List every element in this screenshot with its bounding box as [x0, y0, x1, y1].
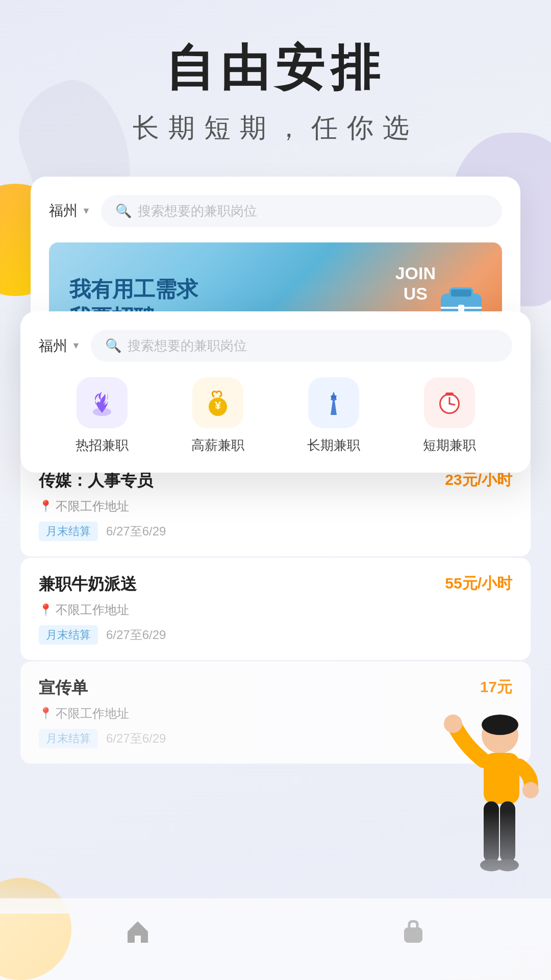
- location-pin-icon-2: 📍: [39, 603, 53, 617]
- job1-salary: 23元/小时: [445, 470, 512, 491]
- home-icon: [122, 916, 153, 947]
- svg-rect-4: [450, 288, 472, 298]
- job2-location-text: 不限工作地址: [56, 602, 129, 618]
- search-placeholder-text: 搜索想要的兼职岗位: [138, 202, 257, 220]
- job2-settle-tag: 月末结算: [39, 625, 98, 645]
- category-longterm[interactable]: 长期兼职: [307, 377, 360, 454]
- job2-date-tag: 6/27至6/29: [106, 627, 166, 643]
- money-bag-icon: ¥: [203, 387, 233, 418]
- nav-home[interactable]: [122, 916, 153, 947]
- search-row: 福州 ▼ 🔍 搜索想要的兼职岗位: [49, 195, 502, 227]
- svg-point-22: [444, 715, 462, 733]
- nav-jobs[interactable]: [398, 916, 429, 947]
- city-selector[interactable]: 福州 ▼: [49, 201, 91, 220]
- svg-point-18: [482, 715, 518, 735]
- search-icon: 🔍: [115, 203, 132, 219]
- category-highpay[interactable]: ¥ 高薪兼职: [191, 377, 244, 454]
- hero-title: 自由安排: [0, 41, 551, 95]
- longterm-label: 长期兼职: [307, 436, 360, 454]
- foreground-search-icon: 🔍: [105, 338, 121, 354]
- svg-text:¥: ¥: [214, 399, 221, 412]
- hot-icon-wrap: [77, 377, 128, 428]
- job1-location: 📍 不限工作地址: [39, 498, 512, 514]
- foreground-search-placeholder: 搜索想要的兼职岗位: [128, 337, 247, 355]
- longterm-icon-wrap: [308, 377, 359, 428]
- tie-icon: [318, 387, 349, 418]
- job3-settle-tag: 月末结算: [39, 729, 98, 748]
- job1-top-row: 传媒：人事专员 23元/小时: [39, 470, 512, 492]
- foreground-city-name: 福州: [39, 336, 67, 356]
- highpay-icon-wrap: ¥: [192, 377, 243, 428]
- bottom-nav: [0, 898, 551, 980]
- search-box[interactable]: 🔍 搜索想要的兼职岗位: [101, 195, 502, 227]
- job3-title: 宣传单: [39, 677, 88, 699]
- category-hot[interactable]: 热招兼职: [76, 377, 129, 454]
- bag-icon: [398, 916, 429, 947]
- job3-salary: 17元: [480, 677, 512, 698]
- highpay-label: 高薪兼职: [191, 436, 244, 454]
- svg-point-23: [522, 782, 539, 798]
- dropdown-arrow-icon: ▼: [82, 206, 91, 216]
- job2-salary: 55元/小时: [445, 573, 512, 594]
- job2-tags: 月末结算 6/27至6/29: [39, 625, 512, 645]
- shortterm-icon-wrap: [424, 377, 475, 428]
- foreground-card: 福州 ▼ 🔍 搜索想要的兼职岗位 热招兼职 ¥: [20, 311, 531, 473]
- job3-date-tag: 6/27至6/29: [106, 730, 166, 747]
- job1-settle-tag: 月末结算: [39, 522, 98, 541]
- shortterm-label: 短期兼职: [423, 436, 476, 454]
- foreground-dropdown-arrow-icon: ▼: [71, 340, 81, 351]
- job2-title: 兼职牛奶派送: [39, 573, 137, 596]
- job2-location: 📍 不限工作地址: [39, 602, 512, 618]
- job1-title: 传媒：人事专员: [39, 470, 153, 492]
- job1-tags: 月末结算 6/27至6/29: [39, 522, 512, 541]
- svg-rect-6: [458, 305, 464, 312]
- job3-location-text: 不限工作地址: [56, 705, 129, 722]
- svg-rect-16: [445, 393, 454, 396]
- city-name: 福州: [49, 201, 78, 220]
- fire-icon: [87, 387, 117, 418]
- category-row: 热招兼职 ¥ 高薪兼职 长期兼职: [39, 377, 512, 454]
- hero-section: 自由安排 长期短期，任你选: [0, 0, 551, 146]
- job3-top-row: 宣传单 17元: [39, 677, 512, 699]
- hero-subtitle: 长期短期，任你选: [0, 110, 551, 146]
- job1-location-text: 不限工作地址: [56, 498, 129, 514]
- foreground-search-row: 福州 ▼ 🔍 搜索想要的兼职岗位: [39, 330, 512, 362]
- svg-rect-26: [404, 927, 422, 943]
- job2-top-row: 兼职牛奶派送 55元/小时: [39, 573, 512, 596]
- foreground-search-box[interactable]: 🔍 搜索想要的兼职岗位: [91, 330, 512, 362]
- category-shortterm[interactable]: 短期兼职: [423, 377, 476, 454]
- job-card-2[interactable]: 兼职牛奶派送 55元/小时 📍 不限工作地址 月末结算 6/27至6/29: [20, 558, 531, 660]
- job1-date-tag: 6/27至6/29: [106, 523, 166, 540]
- clock-icon: [434, 387, 465, 418]
- foreground-city-selector[interactable]: 福州 ▼: [39, 336, 81, 356]
- location-pin-icon-1: 📍: [39, 500, 53, 513]
- hot-label: 热招兼职: [76, 436, 129, 454]
- banner-line1: 我有用工需求: [69, 276, 198, 304]
- svg-line-15: [449, 404, 455, 405]
- location-pin-icon-3: 📍: [39, 707, 53, 720]
